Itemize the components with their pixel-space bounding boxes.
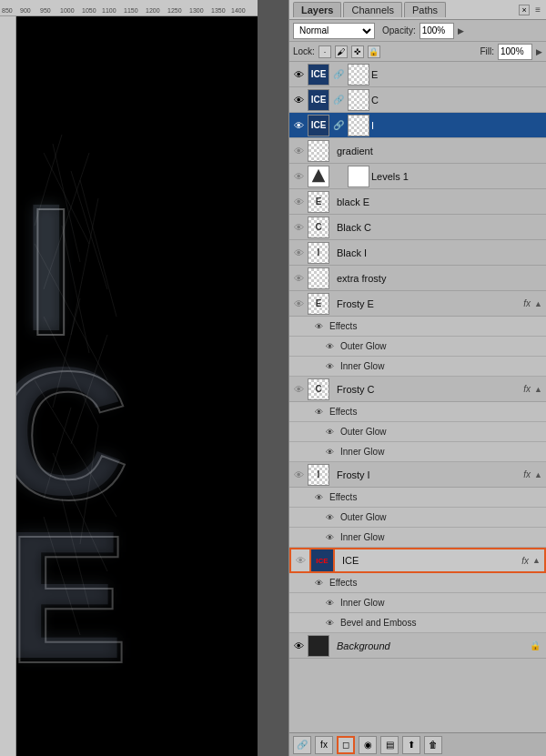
fill-input[interactable] [498,44,532,60]
thumbnail-levels [308,166,329,187]
inner-glow-ice-main[interactable]: 👁 Inner Glow [289,593,546,613]
ruler-tick: 1300 [189,7,204,14]
thumbnail-frosty-i: I [308,464,329,486]
visibility-effects-ice[interactable]: 👁 [311,576,326,590]
layer-item-black-e[interactable]: 👁 E black E [289,189,546,215]
layer-item-frosty-c[interactable]: 👁 C Frosty C fx ▲ [289,377,546,402]
layer-item-background[interactable]: 👁 Background 🔒 [289,633,546,659]
visibility-ice-e[interactable]: 👁 [291,67,306,82]
visibility-extra-frosty[interactable]: 👁 [291,271,306,286]
panel-menu-button[interactable]: ≡ [533,3,542,16]
lock-row: Lock: · 🖌 ✜ 🔒 Fill: ▶ [289,42,546,62]
fx-label-frosty-i: fx [523,469,531,479]
lock-label: Lock: [293,46,315,56]
panel-close-button[interactable]: × [519,5,530,15]
visibility-outer-glow-c[interactable]: 👁 [322,425,337,439]
layer-name-ice-e: E [371,69,544,80]
effects-header-frosty-e: 👁 Effects [289,317,546,337]
inner-glow-frosty-c[interactable]: 👁 Inner Glow [289,442,546,462]
lock-icon-background: 🔒 [530,640,541,650]
lock-all-icon[interactable]: 🔒 [368,45,380,58]
lock-dot-icon[interactable]: · [318,45,331,58]
panel-tabs: Layers Channels Paths [293,2,446,17]
new-layer-button[interactable]: ⬆ [402,736,420,754]
fx-collapse-frosty-e[interactable]: ▲ [534,299,542,308]
link-layers-button[interactable]: 🔗 [293,736,311,754]
visibility-black-c[interactable]: 👁 [291,220,306,235]
visibility-black-i[interactable]: 👁 [291,246,306,260]
fx-collapse-frosty-c[interactable]: ▲ [534,385,542,394]
inner-glow-label-ice-main: Inner Glow [340,598,384,608]
thumbnail-black-e: E [308,191,329,213]
visibility-frosty-e[interactable]: 👁 [291,297,306,311]
visibility-background[interactable]: 👁 [291,639,306,653]
visibility-inner-glow-i[interactable]: 👁 [322,530,337,545]
layer-item-gradient[interactable]: 👁 gradient [289,138,546,164]
visibility-black-e[interactable]: 👁 [291,195,306,209]
visibility-bevel-ice[interactable]: 👁 [322,616,337,630]
outer-glow-frosty-i[interactable]: 👁 Outer Glow [289,508,546,528]
inner-glow-frosty-e[interactable]: 👁 Inner Glow [289,357,546,377]
layer-name-ice-i: I [371,120,544,131]
bevel-ice-main[interactable]: 👁 Bevel and Emboss [289,613,546,633]
fx-collapse-frosty-i[interactable]: ▲ [534,470,542,479]
layer-item-black-c[interactable]: 👁 C Black C [289,215,546,240]
layer-item-ice-c[interactable]: 👁 ICE 🔗 C [289,87,546,113]
visibility-outer-glow-e[interactable]: 👁 [322,339,337,354]
add-style-button[interactable]: fx [315,736,333,754]
visibility-frosty-c[interactable]: 👁 [291,382,306,397]
fill-arrow-icon[interactable]: ▶ [536,47,542,56]
lock-move-icon[interactable]: ✜ [351,45,364,58]
layer-name-frosty-c: Frosty C [331,384,521,395]
layer-item-frosty-e[interactable]: 👁 E Frosty E fx ▲ [289,291,546,317]
layer-item-extra-frosty[interactable]: 👁 extra frosty [289,266,546,291]
thumbnail-frosty-e: E [308,293,329,315]
visibility-inner-glow-c[interactable]: 👁 [322,445,337,459]
blend-mode-select[interactable]: Normal [293,23,375,39]
outer-glow-frosty-e[interactable]: 👁 Outer Glow [289,337,546,357]
thumbnail-ice-c: ICE [308,89,329,111]
opacity-arrow-icon[interactable]: ▶ [458,26,464,35]
visibility-frosty-i[interactable]: 👁 [291,468,306,482]
visibility-ice-c[interactable]: 👁 [291,93,306,107]
layer-item-black-i[interactable]: 👁 I Black I [289,240,546,266]
visibility-inner-glow-e[interactable]: 👁 [322,359,337,374]
mask-ice-e [348,64,369,86]
link-icon-ice-c: 🔗 [331,95,346,105]
add-mask-button[interactable]: ◻ [337,736,355,754]
visibility-levels[interactable]: 👁 [291,169,306,184]
layer-item-levels[interactable]: 👁 Levels 1 [289,164,546,189]
layer-item-ice-main[interactable]: 👁 ICE ICE fx ▲ [289,548,546,573]
ruler-tick: 1000 [60,7,75,14]
visibility-effects-i[interactable]: 👁 [311,490,326,505]
tab-channels[interactable]: Channels [343,2,401,17]
new-adjustment-button[interactable]: ◉ [359,736,377,754]
tab-paths[interactable]: Paths [404,2,446,17]
fx-label-frosty-c: fx [523,384,531,394]
outer-glow-frosty-c[interactable]: 👁 Outer Glow [289,422,546,442]
visibility-effects-c[interactable]: 👁 [311,405,326,419]
layers-list[interactable]: 👁 ICE 🔗 E 👁 ICE 🔗 C 👁 ICE 🔗 I 👁 gradien [289,62,546,732]
bevel-label-ice-main: Bevel and Emboss [340,618,416,628]
visibility-gradient[interactable]: 👁 [291,144,306,158]
visibility-effects-e[interactable]: 👁 [311,319,326,334]
svg-text:E: E [16,493,124,696]
tab-layers[interactable]: Layers [293,2,341,17]
layer-item-ice-i[interactable]: 👁 ICE 🔗 I [289,113,546,138]
layer-item-frosty-i[interactable]: 👁 I Frosty I fx ▲ [289,462,546,488]
new-group-button[interactable]: ▤ [380,736,399,754]
layer-item-ice-e[interactable]: 👁 ICE 🔗 E [289,62,546,87]
visibility-ice-main[interactable]: 👁 [293,553,308,568]
opacity-input[interactable] [420,23,454,39]
fx-collapse-ice-main[interactable]: ▲ [532,556,541,565]
lock-brush-icon[interactable]: 🖌 [335,45,348,58]
layer-name-frosty-e: Frosty E [331,298,521,309]
visibility-ice-i[interactable]: 👁 [291,118,306,133]
delete-layer-button[interactable]: 🗑 [424,736,442,754]
visibility-inner-glow-ice[interactable]: 👁 [322,596,337,610]
inner-glow-frosty-i[interactable]: 👁 Inner Glow [289,528,546,548]
fx-label-frosty-e: fx [523,298,531,308]
visibility-outer-glow-i[interactable]: 👁 [322,510,337,525]
thumbnail-frosty-c: C [308,378,329,400]
effects-label-frosty-c: Effects [329,407,357,417]
